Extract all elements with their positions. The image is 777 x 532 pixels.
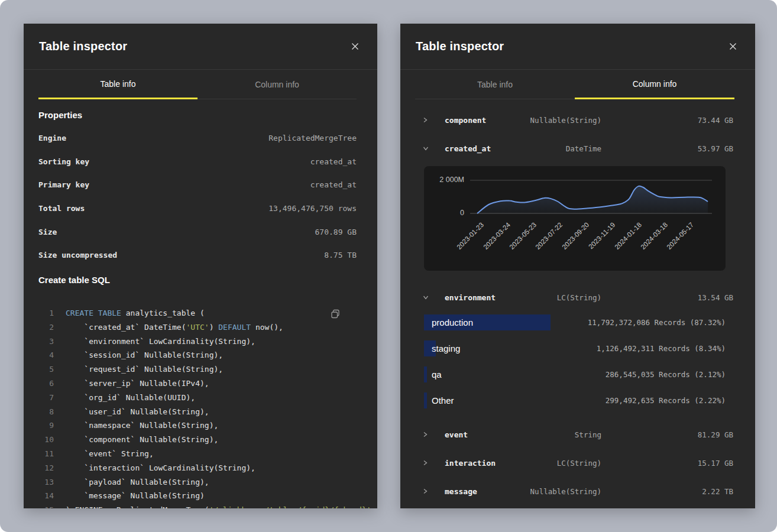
property-row: Primary keycreated_at <box>38 173 357 197</box>
value-label: Other <box>432 392 454 408</box>
page-title: Table inspector <box>39 40 127 53</box>
column-name: message <box>445 487 477 496</box>
column-name: environment <box>445 293 496 302</box>
value-record-count: 1,126,492,311 Records (8.34%) <box>597 340 726 356</box>
line-number: 9 <box>38 421 54 430</box>
sql-token: CREATE TABLE <box>66 309 126 317</box>
value-distribution-row: staging1,126,492,311 Records (8.34%) <box>400 340 755 356</box>
sql-code-line: 15) ENGINE = ReplicatedMergeTree('/click… <box>38 503 357 508</box>
tab-bar: Table info Column info <box>415 70 734 99</box>
column-size: 13.54 GB <box>698 293 733 302</box>
line-number: 5 <box>38 365 54 374</box>
property-value: created_at <box>310 157 357 166</box>
tab-column-info[interactable]: Column info <box>198 70 357 99</box>
environment-value-distribution: production11,792,372,086 Records (87.32%… <box>400 314 755 408</box>
column-type: LC(String) <box>557 293 601 302</box>
value-record-count: 299,492,635 Records (2.22%) <box>606 392 726 408</box>
property-row: Sorting keycreated_at <box>38 150 357 174</box>
column-row-component[interactable]: componentNullable(String)73.44 GB <box>400 106 755 134</box>
sql-code-line: 12 `interaction` LowCardinality(String), <box>38 460 357 475</box>
sql-token: ) <box>209 323 219 332</box>
property-value: 670.89 GB <box>315 228 357 236</box>
property-row: Total rows13,496,476,750 rows <box>38 197 357 220</box>
sql-token: `org_id` Nullable(UUID), <box>66 393 195 402</box>
close-icon <box>351 42 360 51</box>
sql-token: `server_ip` Nullable(IPv4), <box>66 379 209 388</box>
column-size: 15.17 GB <box>698 459 733 468</box>
sql-token: analytics_table ( <box>126 309 205 317</box>
sql-token: `namespace` Nullable(String), <box>66 421 218 430</box>
screen-background: Table inspector Table info Column info P… <box>0 0 777 532</box>
property-value: ReplicatedMergeTree <box>268 134 357 142</box>
sql-token: 'UTC' <box>186 323 209 332</box>
sql-code-line: 7 `org_id` Nullable(UUID), <box>38 390 357 404</box>
chevron-right-icon <box>422 431 428 438</box>
sql-token: `session_id` Nullable(String), <box>66 351 223 359</box>
value-label: production <box>432 314 473 330</box>
column-type: String <box>575 430 601 439</box>
sql-code-line: 11 `event` String, <box>38 447 357 461</box>
column-name: event <box>445 430 468 439</box>
close-button[interactable] <box>726 40 740 54</box>
y-axis-tick-label: 0 <box>429 209 464 217</box>
line-number: 13 <box>38 478 54 486</box>
sql-code-line: 13 `payload` Nullable(String), <box>38 475 357 489</box>
column-type: Nullable(String) <box>530 487 601 496</box>
property-value: 8.75 TB <box>324 251 357 259</box>
sql-code-line: 2 `created_at` DateTime('UTC') DEFAULT n… <box>38 320 357 334</box>
sql-token: `created_at` DateTime( <box>66 323 186 332</box>
sql-token: `component` Nullable(String), <box>66 435 218 444</box>
line-number: 11 <box>38 449 54 458</box>
sql-code-line: 8 `user_id` Nullable(String), <box>38 404 357 419</box>
column-name: component <box>445 116 486 125</box>
tab-table-info[interactable]: Table info <box>415 70 575 99</box>
table-inspector-modal-right: Table inspector Table info Column info c… <box>400 24 755 508</box>
chevron-down-icon <box>422 294 429 301</box>
sql-code-line: 9 `namespace` Nullable(String), <box>38 419 357 433</box>
sql-token: `environment` LowCardinality(String), <box>66 337 255 346</box>
value-label: staging <box>432 340 460 356</box>
chevron-right-icon <box>422 116 428 124</box>
sql-code-line: 3 `environment` LowCardinality(String), <box>38 334 357 348</box>
column-size: 81.29 GB <box>698 430 733 439</box>
sql-token: DEFAULT <box>218 323 251 332</box>
sql-code-line: 4 `session_id` Nullable(String), <box>38 348 357 362</box>
sql-code-block: 1CREATE TABLE analytics_table (2 `create… <box>38 305 357 508</box>
copy-icon <box>330 309 341 319</box>
property-row: Size670.89 GB <box>38 220 357 244</box>
value-bar <box>424 366 427 382</box>
column-size: 53.97 GB <box>698 144 733 153</box>
y-axis-tick-label: 2 000M <box>429 176 464 184</box>
column-list: componentNullable(String)73.44 GBcreated… <box>400 106 755 505</box>
tab-table-info[interactable]: Table info <box>38 70 198 99</box>
column-size: 2.22 TB <box>702 487 733 496</box>
column-row-environment[interactable]: environmentLC(String)13.54 GB <box>400 283 755 312</box>
line-number: 2 <box>38 323 54 332</box>
line-number: 8 <box>38 407 54 416</box>
column-row-interaction[interactable]: interactionLC(String)15.17 GB <box>400 449 755 477</box>
sql-code-line: 5 `request_id` Nullable(String), <box>38 362 357 377</box>
close-button[interactable] <box>348 40 362 54</box>
property-label: Engine <box>38 134 66 142</box>
property-label: Sorting key <box>38 157 89 166</box>
line-number: 1 <box>38 309 54 317</box>
value-distribution-row: Other299,492,635 Records (2.22%) <box>400 392 755 408</box>
table-info-content: Properties EngineReplicatedMergeTreeSort… <box>24 109 377 508</box>
column-row-event[interactable]: eventString81.29 GB <box>400 420 755 449</box>
column-row-created_at[interactable]: created_atDateTime53.97 GB <box>400 134 755 163</box>
line-number: 15 <box>38 505 54 508</box>
column-row-message[interactable]: messageNullable(String)2.22 TB <box>400 477 755 505</box>
value-bar <box>424 392 427 408</box>
tab-column-info[interactable]: Column info <box>575 70 734 99</box>
value-distribution-row: qa286,545,035 Records (2.12%) <box>400 366 755 382</box>
property-value: created_at <box>310 180 357 189</box>
property-label: Total rows <box>38 204 85 213</box>
copy-sql-button[interactable] <box>328 306 343 322</box>
sql-code-line: 6 `server_ip` Nullable(IPv4), <box>38 377 357 391</box>
close-icon <box>729 42 737 51</box>
line-number: 7 <box>38 393 54 402</box>
property-label: Primary key <box>38 180 89 189</box>
column-type: DateTime <box>566 144 601 153</box>
tab-bar: Table info Column info <box>38 70 357 99</box>
sql-token: `message` Nullable(String) <box>66 491 205 500</box>
